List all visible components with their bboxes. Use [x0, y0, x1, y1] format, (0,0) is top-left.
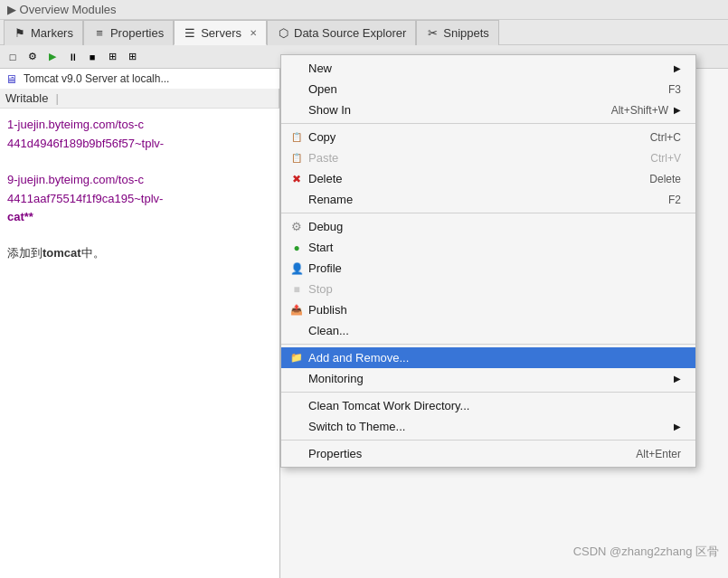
tab-servers-label: Servers — [201, 26, 241, 40]
editor-line-6: 添加到tomcat中。 — [7, 244, 272, 263]
profile-icon: 👤 — [288, 261, 305, 277]
menu-item-clean[interactable]: Clean... — [281, 320, 695, 341]
monitoring-arrow: ▶ — [674, 374, 681, 384]
menu-item-stop[interactable]: ■ Stop — [281, 279, 695, 299]
tab-properties-label: Properties — [110, 26, 164, 40]
top-label-bar: ▶ Overview Modules — [0, 0, 728, 20]
rename-shortcut: F2 — [668, 194, 681, 206]
menu-item-profile-label: Profile — [308, 261, 681, 275]
menu-item-profile[interactable]: 👤 Profile — [281, 258, 695, 279]
tab-properties[interactable]: ≡ Properties — [83, 20, 174, 45]
tab-markers-label: Markers — [31, 26, 73, 40]
toolbar-stop-btn[interactable]: ■ — [83, 48, 101, 66]
menu-item-publish-label: Publish — [308, 303, 681, 317]
menu-item-open-label: Open — [308, 82, 650, 96]
tab-snippets-label: Snippets — [443, 26, 489, 40]
rename-icon — [288, 192, 305, 208]
servers-icon: ☰ — [184, 26, 196, 39]
menu-item-switchtotheme[interactable]: Switch to Theme... ▶ — [281, 416, 695, 437]
menu-item-new-label: New — [308, 62, 668, 75]
toolbar-settings-btn[interactable]: ⚙ — [24, 48, 42, 66]
cleantomcat-icon — [288, 398, 305, 414]
separator-2 — [281, 213, 695, 213]
datasource-icon: ⬡ — [277, 26, 289, 39]
menu-item-delete-label: Delete — [308, 172, 631, 185]
menu-item-debug-label: Debug — [308, 220, 681, 233]
editor-content: 1-juejin.byteimg.com/tos-c 441d4946f189b… — [0, 109, 279, 270]
toolbar-new-server-btn[interactable]: □ — [4, 48, 22, 66]
menu-item-delete[interactable]: ✖ Delete Delete — [281, 168, 695, 189]
writable-label: Writable — [5, 91, 48, 105]
editor-panel: 🖥 Tomcat v9.0 Server at localh... Writab… — [0, 69, 280, 578]
server-entry[interactable]: 🖥 Tomcat v9.0 Server at localh... — [0, 69, 279, 89]
top-label-text: ▶ Overview Modules — [7, 3, 117, 16]
addremove-icon: 📁 — [288, 350, 305, 366]
context-menu: New ▶ Open F3 Show In Alt+Shift+W ▶ 📋 Co… — [280, 54, 696, 468]
showin-arrow: ▶ — [674, 105, 681, 115]
markers-icon: ⚑ — [14, 26, 26, 39]
menu-item-monitoring[interactable]: Monitoring ▶ — [281, 368, 695, 389]
properties-icon2 — [288, 446, 305, 462]
menu-item-start-label: Start — [308, 241, 681, 254]
copy-shortcut: Ctrl+C — [650, 131, 681, 144]
paste-shortcut: Ctrl+V — [650, 152, 681, 165]
menu-item-stop-label: Stop — [308, 282, 681, 296]
editor-line-3: 9-juejin.byteimg.com/tos-c — [7, 171, 272, 190]
menu-item-paste-label: Paste — [308, 151, 632, 165]
menu-item-showin[interactable]: Show In Alt+Shift+W ▶ — [281, 99, 695, 120]
tab-servers[interactable]: ☰ Servers ✕ — [174, 20, 267, 45]
menu-item-rename-label: Rename — [308, 193, 650, 206]
main-area: 🖥 Tomcat v9.0 Server at localh... Writab… — [0, 69, 728, 578]
menu-item-paste[interactable]: 📋 Paste Ctrl+V — [281, 147, 695, 168]
menu-item-new[interactable]: New ▶ — [281, 58, 695, 79]
showin-icon — [288, 102, 305, 118]
clean-icon — [288, 323, 305, 339]
tab-markers[interactable]: ⚑ Markers — [4, 20, 83, 45]
toolbar-grid-btn[interactable]: ⊞ — [123, 48, 141, 66]
toolbar-pause-btn[interactable]: ⏸ — [63, 48, 81, 66]
new-icon — [288, 61, 305, 77]
editor-line-2: 441d4946f189b9bf56f57~tplv- — [7, 135, 272, 154]
menu-item-open[interactable]: Open F3 — [281, 79, 695, 99]
menu-item-cleantomcat[interactable]: Clean Tomcat Work Directory... — [281, 395, 695, 416]
properties-icon: ≡ — [93, 26, 106, 39]
writable-bar: Writable | — [0, 89, 279, 109]
tab-bar: ⚑ Markers ≡ Properties ☰ Servers ✕ ⬡ Dat… — [0, 20, 728, 45]
toolbar-disconnect-btn[interactable]: ⊞ — [103, 48, 121, 66]
toolbar-start-btn[interactable]: ▶ — [43, 48, 61, 66]
tab-datasource-label: Data Source Explorer — [294, 26, 406, 40]
menu-item-debug[interactable]: ⚙ Debug — [281, 216, 695, 237]
menu-item-publish[interactable]: 📤 Publish — [281, 299, 695, 320]
tab-datasource[interactable]: ⬡ Data Source Explorer — [267, 20, 416, 45]
start-icon: ● — [288, 240, 305, 256]
menu-item-clean-label: Clean... — [308, 324, 681, 337]
separator-5 — [281, 440, 695, 441]
menu-item-switchtotheme-label: Switch to Theme... — [308, 420, 668, 433]
editor-line-1: 1-juejin.byteimg.com/tos-c — [7, 116, 272, 135]
menu-item-properties[interactable]: Properties Alt+Enter — [281, 443, 695, 464]
server-entry-label: Tomcat v9.0 Server at localh... — [24, 72, 169, 85]
menu-item-cleantomcat-label: Clean Tomcat Work Directory... — [308, 399, 681, 412]
separator-3 — [281, 344, 695, 345]
editor-line-5: cat** — [7, 208, 272, 227]
showin-shortcut: Alt+Shift+W — [611, 104, 668, 117]
switchtotheme-arrow: ▶ — [674, 422, 681, 431]
menu-item-monitoring-label: Monitoring — [308, 372, 668, 385]
menu-item-copy[interactable]: 📋 Copy Ctrl+C — [281, 127, 695, 147]
debug-icon: ⚙ — [288, 219, 305, 235]
writable-divider: | — [55, 91, 58, 105]
properties-shortcut: Alt+Enter — [636, 448, 681, 460]
servers-close-button[interactable]: ✕ — [250, 28, 257, 38]
menu-item-rename[interactable]: Rename F2 — [281, 189, 695, 210]
menu-item-copy-label: Copy — [308, 130, 632, 144]
menu-item-addremove[interactable]: 📁 Add and Remove... — [281, 347, 695, 368]
tab-snippets[interactable]: ✂ Snippets — [416, 20, 499, 45]
delete-icon: ✖ — [288, 171, 305, 187]
paste-icon: 📋 — [288, 150, 305, 166]
menu-item-showin-label: Show In — [308, 103, 593, 117]
menu-item-addremove-label: Add and Remove... — [308, 351, 681, 365]
new-arrow: ▶ — [674, 63, 681, 73]
switchtotheme-icon — [288, 419, 305, 435]
server-entry-icon: 🖥 — [4, 71, 18, 86]
menu-item-start[interactable]: ● Start — [281, 237, 695, 258]
